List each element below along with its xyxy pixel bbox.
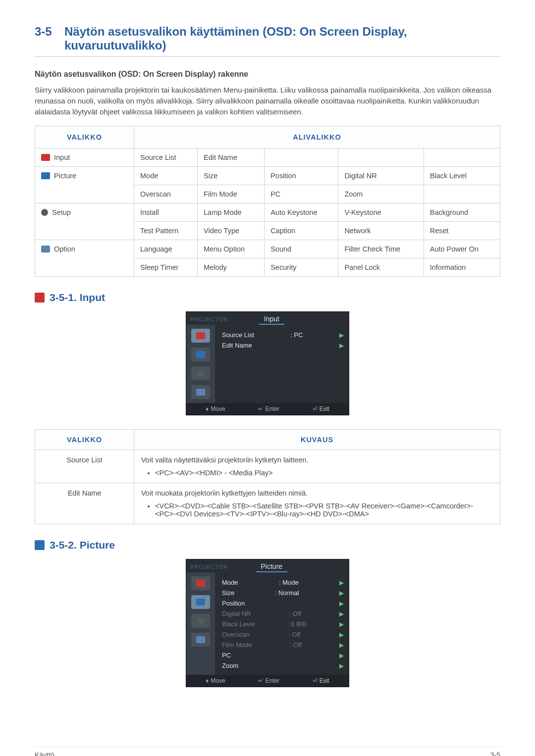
row-input: Input Source List Edit Name [35, 149, 500, 167]
osd-sidebar [186, 325, 215, 403]
exit-icon: ⏎ [313, 405, 318, 412]
osd-item-label: Overscan [222, 631, 250, 638]
row-picture-1: Picture Mode Size Position Digital NR Bl… [35, 167, 500, 185]
osd-item-source-list[interactable]: Source List : PC ▶ [222, 330, 344, 340]
cell: Melody [198, 258, 265, 277]
osd-screenshot-picture: PROJECTOR Picture Mode: Mode▶Size: Norma… [186, 559, 349, 687]
exit-icon: ⏎ [313, 677, 318, 684]
cell: Background [424, 203, 500, 222]
setup-icon [41, 209, 48, 216]
page-footer: Käyttö 3-5 [35, 747, 500, 756]
intro-paragraph: Siirry valikkoon painamalla projektorin … [35, 85, 500, 117]
cell: Digital NR [338, 167, 424, 185]
chevron-right-icon: ▶ [339, 631, 344, 638]
osd-item: Black Level: 0 IRE▶ [222, 619, 344, 629]
cell: Network [338, 222, 424, 240]
osd-side-setup-icon[interactable] [191, 614, 210, 628]
cell [424, 149, 500, 167]
osd-hint-exit: ⏎Exit [313, 677, 329, 684]
cell: Edit Name [198, 149, 265, 167]
desc-text: Voit valita näytettäväksi projektoriin k… [141, 456, 493, 464]
osd-item-label: Black Level [222, 620, 255, 628]
osd-item-label: Edit Name [222, 342, 252, 349]
cell [338, 149, 424, 167]
subsection-351-title: 3-5-1. Input [50, 292, 105, 303]
desc-list-item: <VCR>-<DVD>-<Cable STB>-<Satellite STB>-… [155, 502, 493, 518]
cell: Black Level [424, 167, 500, 185]
osd-item[interactable]: Size: Normal▶ [222, 588, 344, 598]
chevron-right-icon: ▶ [339, 579, 344, 586]
chevron-right-icon: ▶ [339, 621, 344, 628]
cell: Auto Power On [424, 240, 500, 258]
osd-hint-enter: ↵Enter [258, 405, 279, 412]
osd-side-setup-icon[interactable] [191, 366, 210, 380]
osd-side-input-icon[interactable] [191, 329, 210, 343]
osd-side-input-icon[interactable] [191, 576, 210, 590]
osd-item-label: PC [222, 652, 231, 659]
osd-item-label: Mode [222, 579, 238, 586]
osd-footer: ♦Move ↵Enter ⏎Exit [186, 675, 349, 687]
cell: V-Keystone [338, 203, 424, 222]
subsection-351-heading: 3-5-1. Input [35, 292, 500, 303]
osd-side-option-icon[interactable] [191, 385, 210, 399]
osd-tab-title: Picture [256, 561, 288, 572]
chevron-right-icon: ▶ [339, 342, 344, 349]
desc-row-edit-name: Edit Name Voit muokata projektoriin kytk… [35, 483, 500, 524]
osd-side-option-icon[interactable] [191, 633, 210, 647]
osd-item[interactable]: Mode: Mode▶ [222, 577, 344, 588]
osd-item-label: Source List [222, 331, 254, 339]
cell: Menu Option [198, 240, 265, 258]
osd-item[interactable]: Position▶ [222, 598, 344, 608]
cell: Zoom [338, 185, 424, 203]
osd-content: Source List : PC ▶ Edit Name ▶ [215, 325, 349, 403]
cell [424, 185, 500, 203]
chevron-right-icon: ▶ [339, 642, 344, 649]
cell: Lamp Mode [198, 203, 265, 222]
osd-item: Digital NR: Off▶ [222, 608, 344, 619]
chevron-right-icon: ▶ [339, 652, 344, 659]
osd-side-picture-icon[interactable] [191, 595, 210, 609]
osd-item[interactable]: Zoom▶ [222, 660, 344, 671]
picture-label: Picture [54, 172, 76, 180]
cell: Auto Keystone [265, 203, 338, 222]
cell: Sound [265, 240, 338, 258]
cell: Test Pattern [134, 222, 198, 240]
cell: Filter Check Time [338, 240, 424, 258]
picture-section-icon [35, 540, 45, 550]
osd-item-value: : Off [251, 610, 339, 617]
osd-screenshot-input: PROJECTOR Input Source List : PC ▶ Edit … [186, 311, 349, 415]
input-icon [41, 154, 50, 161]
cell: PC [265, 185, 338, 203]
osd-item-label: Film Mode [222, 641, 252, 649]
chevron-right-icon: ▶ [339, 610, 344, 617]
osd-item-edit-name[interactable]: Edit Name ▶ [222, 340, 344, 351]
osd-brand: PROJECTOR [190, 316, 228, 322]
footer-right: 3-5 [490, 751, 500, 756]
picture-icon [41, 172, 50, 179]
section-title: Näytön asetusvalikon käyttäminen (OSD: O… [64, 25, 500, 52]
osd-side-picture-icon[interactable] [191, 348, 210, 361]
divider [35, 56, 500, 57]
osd-item-value: : 0 IRE [255, 620, 339, 628]
enter-icon: ↵ [258, 405, 263, 412]
th-valikko: VALIKKO [35, 126, 134, 149]
osd-item-label: Size [222, 589, 234, 597]
desc-menu: Source List [35, 450, 134, 483]
desc-text: Voit muokata projektoriin kytkettyjen la… [141, 489, 493, 497]
option-icon [41, 246, 50, 252]
cell: Sleep Timer [134, 258, 198, 277]
cell: Language [134, 240, 198, 258]
cell [265, 149, 338, 167]
osd-hint-enter: ↵Enter [258, 677, 279, 684]
osd-item: Overscan: Off▶ [222, 629, 344, 640]
osd-item[interactable]: PC▶ [222, 650, 344, 660]
cell: Security [265, 258, 338, 277]
osd-hint-move: ♦Move [206, 677, 225, 684]
osd-item-value: : Normal [234, 589, 339, 597]
chevron-right-icon: ▶ [339, 662, 344, 669]
input-description-table: VALIKKO KUVAUS Source List Voit valita n… [35, 429, 500, 524]
chevron-right-icon: ▶ [339, 600, 344, 607]
cell: Panel Lock [338, 258, 424, 277]
th-valikko: VALIKKO [35, 430, 134, 450]
osd-item-label: Zoom [222, 662, 238, 669]
